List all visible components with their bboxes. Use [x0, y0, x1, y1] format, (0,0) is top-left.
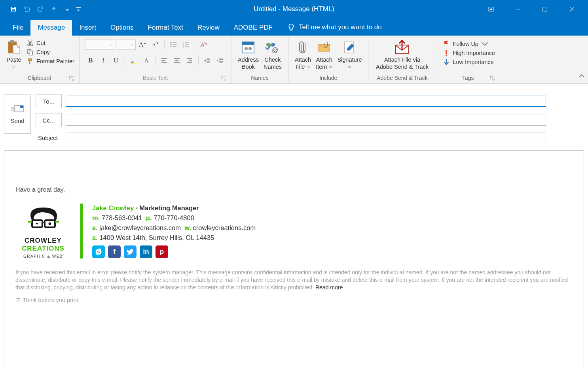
bullets-button[interactable]	[168, 40, 179, 50]
svg-point-18	[170, 44, 171, 45]
attach-file-button[interactable]: Attach File	[292, 38, 313, 71]
svg-rect-29	[131, 63, 137, 64]
cc-button[interactable]: Cc...	[36, 113, 62, 127]
tab-format-text[interactable]: Format Text	[141, 20, 190, 36]
grow-font-button[interactable]: A▲	[137, 40, 148, 50]
group-include-title: Include	[292, 74, 364, 83]
tab-adobe-pdf[interactable]: ADOBE PDF	[227, 20, 280, 36]
pinterest-icon[interactable]: p	[156, 245, 168, 258]
group-clipboard: Paste Cut Copy Format Painter Clipboard	[0, 36, 80, 83]
low-importance-button[interactable]: Low Importance	[442, 59, 495, 66]
group-basic-text: A▲ A▼ 123 A B I U A	[80, 36, 231, 83]
high-importance-button[interactable]: High Importance	[442, 49, 495, 57]
copy-button[interactable]: Copy	[26, 49, 74, 56]
address-book-button[interactable]: Address Book	[235, 38, 261, 71]
think-before-print: Think before you print.	[15, 297, 573, 303]
follow-up-button[interactable]: Follow Up	[442, 40, 495, 47]
adobe-send-track-icon	[392, 39, 412, 56]
tell-me-label: Tell me what you want to do	[299, 23, 382, 31]
bold-button[interactable]: B	[85, 55, 96, 66]
check-names-button[interactable]: @ Check Names	[261, 38, 284, 71]
read-more-link[interactable]: Read more	[315, 284, 343, 291]
group-adobe: Attach File via Adobe Send & Track Adobe…	[368, 36, 436, 83]
clipboard-dialog-launcher[interactable]	[69, 75, 74, 81]
svg-rect-58	[446, 55, 448, 57]
underline-button[interactable]: U	[110, 55, 121, 66]
tab-message[interactable]: Message	[30, 20, 72, 36]
align-left-button[interactable]	[159, 55, 170, 66]
tags-dialog-launcher[interactable]	[489, 75, 495, 81]
paste-button[interactable]: Paste	[4, 38, 24, 71]
svg-point-16	[170, 42, 171, 43]
tab-options[interactable]: Options	[103, 20, 141, 36]
cc-input[interactable]	[66, 115, 546, 126]
minimize-icon[interactable]	[509, 3, 527, 15]
send-button[interactable]: Send	[4, 94, 31, 134]
redo-icon[interactable]	[34, 3, 47, 15]
close-icon[interactable]	[563, 3, 581, 15]
skype-icon[interactable]	[92, 245, 105, 258]
window-controls	[482, 3, 588, 15]
sig-phone: 770-770-4800	[154, 214, 194, 221]
numbering-button[interactable]: 123	[180, 40, 192, 50]
group-basic-text-title: Basic Text	[143, 75, 168, 81]
chevron-down-icon	[347, 65, 351, 69]
logo-text-2: CREATIONS	[22, 245, 64, 253]
flag-icon	[442, 40, 450, 47]
align-center-button[interactable]	[171, 55, 182, 66]
collapse-ribbon-icon[interactable]	[579, 73, 585, 80]
increase-indent-button[interactable]	[214, 55, 226, 66]
logo-text-1: CROWLEY	[25, 237, 62, 245]
sig-website: crowleycreations.com	[193, 224, 256, 231]
cut-button[interactable]: Cut	[26, 40, 74, 47]
group-tags-title: Tags	[462, 75, 474, 81]
svg-point-11	[31, 44, 33, 46]
svg-point-10	[28, 44, 30, 46]
window-title: Untitled - Message (HTML)	[254, 5, 334, 13]
signature-button[interactable]: Signature	[335, 38, 364, 71]
svg-rect-8	[10, 40, 14, 43]
svg-point-52	[271, 43, 275, 47]
highlight-button[interactable]	[128, 55, 139, 66]
tell-me-search[interactable]: Tell me what you want to do	[280, 19, 389, 36]
subject-label: Subject	[36, 134, 62, 141]
font-color-button[interactable]: A	[141, 55, 152, 66]
paperclip-icon	[297, 39, 309, 56]
linkedin-icon[interactable]: in	[140, 245, 152, 258]
svg-rect-4	[543, 7, 547, 11]
font-size-combo[interactable]	[117, 40, 136, 50]
message-body[interactable]: Have a great day, + CROWLEY CREATIONS GR…	[4, 150, 584, 368]
format-painter-button[interactable]: Format Painter	[26, 58, 74, 65]
svg-text:A: A	[200, 42, 204, 48]
tab-review[interactable]: Review	[190, 20, 227, 36]
to-button[interactable]: To...	[36, 94, 62, 108]
prev-item-icon[interactable]	[47, 3, 60, 15]
disclaimer-text: If you have received this email in error…	[15, 269, 573, 291]
svg-rect-9	[13, 45, 20, 54]
signature-info: Jake Crowley•Marketing Manager m. 778-56…	[92, 204, 256, 259]
twitter-icon[interactable]	[124, 245, 137, 258]
to-input[interactable]	[66, 96, 546, 107]
save-icon[interactable]	[7, 3, 20, 15]
facebook-icon[interactable]: f	[108, 245, 121, 258]
logo-tagline: GRAPHIC & WEB	[23, 254, 63, 259]
svg-rect-14	[28, 59, 32, 60]
tab-file[interactable]: File	[6, 20, 30, 36]
subject-input[interactable]	[66, 132, 546, 143]
undo-icon[interactable]	[21, 3, 33, 15]
maximize-icon[interactable]	[536, 3, 554, 15]
tab-insert[interactable]: Insert	[72, 20, 103, 36]
italic-button[interactable]: I	[98, 55, 109, 66]
svg-rect-0	[12, 7, 14, 8]
attach-item-button[interactable]: Attach Item	[313, 38, 335, 71]
next-item-icon[interactable]	[61, 3, 74, 15]
ribbon-display-icon[interactable]	[482, 3, 500, 15]
qat-customize-icon[interactable]	[74, 3, 82, 15]
basic-text-dialog-launcher[interactable]	[221, 75, 226, 81]
shrink-font-button[interactable]: A▼	[150, 40, 161, 50]
font-name-combo[interactable]	[85, 40, 115, 50]
decrease-indent-button[interactable]	[202, 55, 213, 66]
align-right-button[interactable]	[184, 55, 195, 66]
adobe-send-track-button[interactable]: Attach File via Adobe Send & Track	[372, 38, 432, 71]
clear-formatting-button[interactable]: A	[198, 40, 209, 50]
